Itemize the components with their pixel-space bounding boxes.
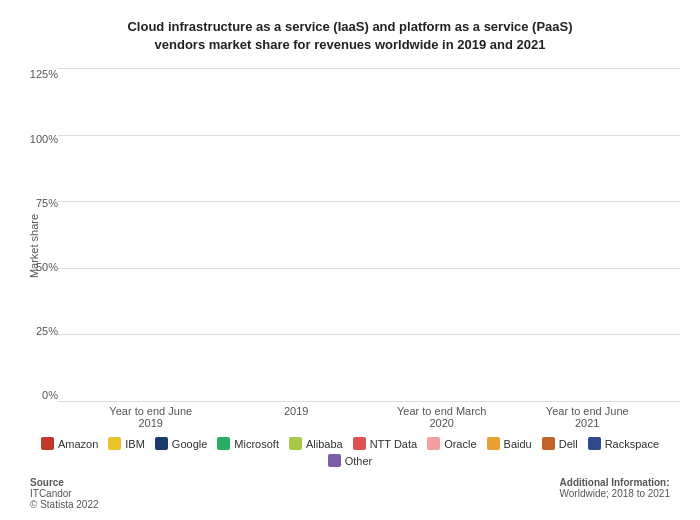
y-tick-125: 125% (30, 68, 58, 80)
legend-item-ntt-data: NTT Data (353, 437, 417, 450)
legend-item-amazon: Amazon (41, 437, 98, 450)
legend-swatch (217, 437, 230, 450)
source-block: Source ITCandor© Statista 2022 (30, 477, 99, 510)
x-label: Year to end March 2020 (397, 405, 487, 423)
legend-label: Rackspace (605, 438, 659, 450)
legend-label: Oracle (444, 438, 476, 450)
legend-label: Google (172, 438, 207, 450)
legend-swatch (289, 437, 302, 450)
x-label: 2019 (251, 405, 341, 423)
legend-label: Other (345, 455, 373, 467)
grid-line (58, 401, 680, 402)
legend-label: Microsoft (234, 438, 279, 450)
legend-label: IBM (125, 438, 145, 450)
y-axis: Market share 125% 100% 75% 50% 25% 0% (20, 68, 58, 423)
legend-swatch (542, 437, 555, 450)
y-tick-25: 25% (36, 325, 58, 337)
chart-inner: Year to end June 20192019Year to end Mar… (58, 68, 680, 423)
legend-item-other: Other (328, 454, 373, 467)
grid-and-bars (58, 68, 680, 401)
x-label: Year to end June 2019 (106, 405, 196, 423)
legend-label: Amazon (58, 438, 98, 450)
legend-item-google: Google (155, 437, 207, 450)
legend-item-dell: Dell (542, 437, 578, 450)
additional-value: Worldwide; 2018 to 2021 (560, 488, 670, 499)
legend-item-ibm: IBM (108, 437, 145, 450)
legend-swatch (108, 437, 121, 450)
y-tick-100: 100% (30, 133, 58, 145)
source-info: Source ITCandor© Statista 2022 Additiona… (20, 473, 680, 510)
legend: AmazonIBMGoogleMicrosoftAlibabaNTT DataO… (20, 431, 680, 473)
y-axis-label: Market share (28, 214, 40, 278)
legend-item-oracle: Oracle (427, 437, 476, 450)
legend-item-baidu: Baidu (487, 437, 532, 450)
bars-row (58, 68, 680, 401)
legend-swatch (487, 437, 500, 450)
source-label: Source (30, 477, 99, 488)
legend-swatch (155, 437, 168, 450)
legend-swatch (427, 437, 440, 450)
additional-label: Additional Information: (560, 477, 670, 488)
legend-label: Alibaba (306, 438, 343, 450)
x-axis: Year to end June 20192019Year to end Mar… (58, 401, 680, 423)
source-value: ITCandor© Statista 2022 (30, 488, 99, 510)
legend-item-microsoft: Microsoft (217, 437, 279, 450)
legend-swatch (328, 454, 341, 467)
legend-item-rackspace: Rackspace (588, 437, 659, 450)
legend-item-alibaba: Alibaba (289, 437, 343, 450)
chart-area: Market share 125% 100% 75% 50% 25% 0% Ye… (20, 68, 680, 423)
legend-label: Baidu (504, 438, 532, 450)
x-label: Year to end June 2021 (542, 405, 632, 423)
legend-swatch (588, 437, 601, 450)
chart-container: Cloud infrastructure as a service (IaaS)… (0, 0, 700, 520)
additional-block: Additional Information: Worldwide; 2018 … (560, 477, 670, 510)
legend-label: NTT Data (370, 438, 417, 450)
legend-label: Dell (559, 438, 578, 450)
chart-title: Cloud infrastructure as a service (IaaS)… (20, 18, 680, 54)
y-tick-75: 75% (36, 197, 58, 209)
legend-swatch (353, 437, 366, 450)
legend-swatch (41, 437, 54, 450)
y-tick-0: 0% (42, 389, 58, 401)
